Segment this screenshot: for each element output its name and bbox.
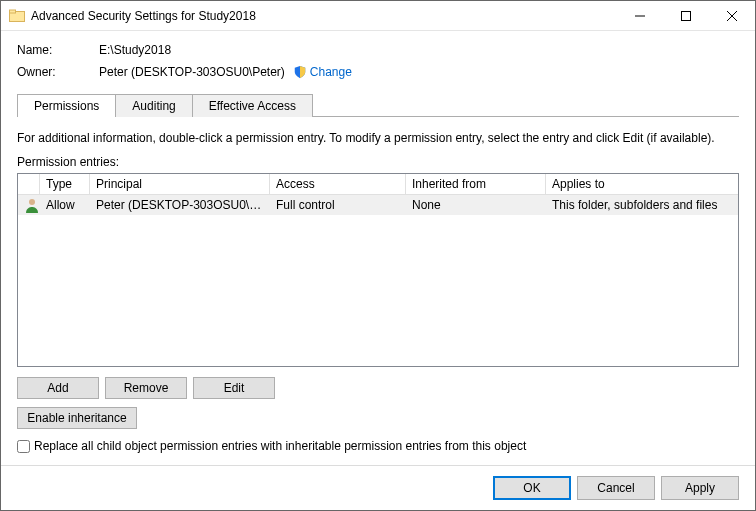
owner-value: Peter (DESKTOP-303OSU0\Peter) [99, 65, 285, 79]
cancel-button[interactable]: Cancel [577, 476, 655, 500]
row-icon-cell [18, 194, 40, 216]
tab-auditing[interactable]: Auditing [115, 94, 192, 117]
col-access[interactable]: Access [270, 174, 406, 194]
close-button[interactable] [709, 1, 755, 30]
svg-rect-1 [10, 10, 16, 13]
row-inherited: None [406, 195, 546, 215]
window-title: Advanced Security Settings for Study2018 [31, 9, 617, 23]
window-controls [617, 1, 755, 30]
close-icon [727, 11, 737, 21]
replace-permissions-checkbox[interactable] [17, 440, 30, 453]
tab-effective-access[interactable]: Effective Access [192, 94, 313, 117]
svg-rect-2 [682, 11, 691, 20]
col-type[interactable]: Type [40, 174, 90, 194]
edit-button[interactable]: Edit [193, 377, 275, 399]
replace-permissions-row[interactable]: Replace all child object permission entr… [17, 439, 739, 453]
description-text: For additional information, double-click… [17, 131, 739, 145]
replace-permissions-label: Replace all child object permission entr… [34, 439, 526, 453]
col-principal[interactable]: Principal [90, 174, 270, 194]
remove-button[interactable]: Remove [105, 377, 187, 399]
name-label: Name: [17, 43, 99, 57]
name-value: E:\Study2018 [99, 43, 171, 57]
owner-label: Owner: [17, 65, 99, 79]
permission-entries-label: Permission entries: [17, 155, 739, 169]
row-type: Allow [40, 195, 90, 215]
svg-point-3 [29, 199, 35, 205]
row-access: Full control [270, 195, 406, 215]
inheritance-buttons: Enable inheritance [17, 407, 739, 429]
security-settings-window: Advanced Security Settings for Study2018… [0, 0, 756, 511]
col-applies[interactable]: Applies to [546, 174, 738, 194]
col-icon[interactable] [18, 174, 40, 194]
col-inherited[interactable]: Inherited from [406, 174, 546, 194]
add-button[interactable]: Add [17, 377, 99, 399]
row-principal: Peter (DESKTOP-303OSU0\Pet... [90, 195, 270, 215]
change-owner-link[interactable]: Change [310, 65, 352, 79]
tab-permissions[interactable]: Permissions [17, 94, 116, 117]
minimize-button[interactable] [617, 1, 663, 30]
row-applies: This folder, subfolders and files [546, 195, 738, 215]
maximize-button[interactable] [663, 1, 709, 30]
dialog-footer: OK Cancel Apply [17, 466, 739, 500]
name-row: Name: E:\Study2018 [17, 43, 739, 57]
shield-icon [293, 65, 307, 79]
tabstrip: Permissions Auditing Effective Access [17, 93, 739, 116]
minimize-icon [635, 11, 645, 21]
table-header: Type Principal Access Inherited from App… [18, 174, 738, 195]
table-row[interactable]: Allow Peter (DESKTOP-303OSU0\Pet... Full… [18, 195, 738, 215]
folder-icon [9, 8, 25, 24]
maximize-icon [681, 11, 691, 21]
enable-inheritance-button[interactable]: Enable inheritance [17, 407, 137, 429]
content-area: Name: E:\Study2018 Owner: Peter (DESKTOP… [1, 31, 755, 510]
user-icon [24, 197, 40, 213]
entry-buttons: Add Remove Edit [17, 377, 739, 399]
titlebar: Advanced Security Settings for Study2018 [1, 1, 755, 31]
owner-row: Owner: Peter (DESKTOP-303OSU0\Peter) Cha… [17, 65, 739, 79]
apply-button[interactable]: Apply [661, 476, 739, 500]
ok-button[interactable]: OK [493, 476, 571, 500]
permission-table[interactable]: Type Principal Access Inherited from App… [17, 173, 739, 367]
